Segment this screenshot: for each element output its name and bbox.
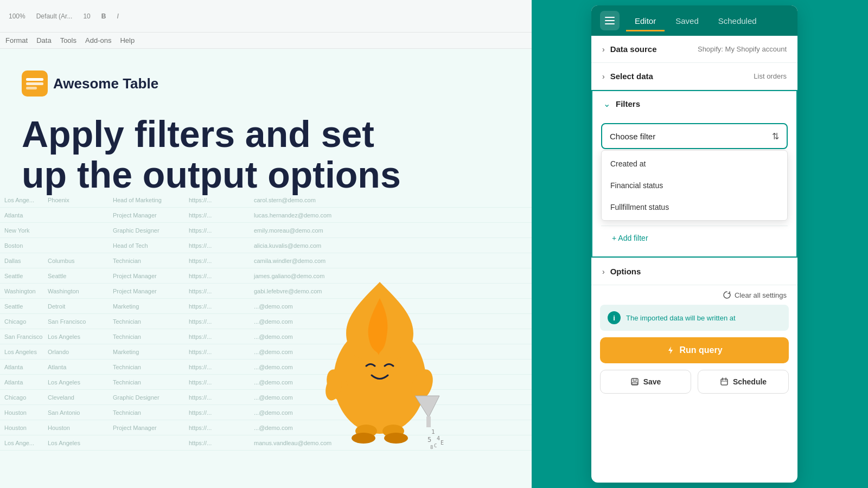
data-source-row[interactable]: › Data source Shopify: My Shopify accoun… xyxy=(591,36,797,63)
panel-header: Editor Saved Scheduled xyxy=(591,5,797,36)
svg-rect-24 xyxy=(633,378,636,381)
filter-dropdown[interactable]: Choose filter ⇅ xyxy=(601,123,788,149)
toolbar-italic: I xyxy=(113,11,122,21)
add-filter-button[interactable]: + Add filter xyxy=(612,234,648,242)
svg-text:4: 4 xyxy=(437,435,440,441)
hamburger-button[interactable] xyxy=(600,11,620,30)
clear-settings-button[interactable]: Clear all settings xyxy=(723,291,787,299)
hamburger-line-1 xyxy=(605,17,615,18)
chevron-down-icon: ⌄ xyxy=(603,99,610,109)
menu-addons: Add-ons xyxy=(85,36,111,44)
svg-rect-26 xyxy=(721,379,727,385)
svg-text:5: 5 xyxy=(427,436,431,444)
filters-header[interactable]: ⌄ Filters xyxy=(592,91,796,117)
logo-area: Awesome Table xyxy=(22,70,158,97)
tab-scheduled[interactable]: Scheduled xyxy=(710,12,765,31)
spreadsheet-toolbar: 100% Default (Ar... 10 B I xyxy=(0,0,532,33)
filter-dropdown-wrapper: Choose filter ⇅ Created at Financial sta… xyxy=(601,123,788,149)
filters-section: ⌄ Filters Choose filter ⇅ Created at Fin… xyxy=(591,90,797,258)
toolbar-bold: B xyxy=(98,11,110,21)
filter-option-fulfillment-status[interactable]: Fullfillment status xyxy=(602,196,787,218)
svg-point-10 xyxy=(384,433,408,444)
menu-format: Format xyxy=(5,36,28,44)
main-panel: Editor Saved Scheduled › Data source Sho… xyxy=(591,5,797,483)
add-filter-row: + Add filter xyxy=(601,226,788,250)
chevron-right-icon-3: › xyxy=(602,267,605,276)
select-data-value: List orders xyxy=(754,72,787,80)
svg-text:C: C xyxy=(434,443,437,448)
svg-point-9 xyxy=(352,433,375,444)
menu-data: Data xyxy=(36,36,51,44)
filter-dropdown-text: Choose filter xyxy=(610,132,655,141)
save-label: Save xyxy=(643,377,661,386)
panel-body: › Data source Shopify: My Shopify accoun… xyxy=(591,36,797,483)
logo-icon xyxy=(22,70,48,97)
bottom-buttons: Save Schedule xyxy=(600,370,789,394)
select-data-left: › Select data xyxy=(602,72,653,81)
filter-option-financial-status[interactable]: Financial status xyxy=(602,175,787,196)
toolbar-zoom: 100% xyxy=(5,11,29,21)
schedule-button[interactable]: Schedule xyxy=(698,370,789,394)
select-data-label: Select data xyxy=(610,72,653,81)
svg-text:E: E xyxy=(441,440,444,446)
tab-editor[interactable]: Editor xyxy=(626,12,665,31)
hamburger-line-2 xyxy=(605,20,615,21)
svg-rect-1 xyxy=(26,78,43,81)
svg-rect-2 xyxy=(26,82,43,85)
mascot: 1 4 5 C E 8 xyxy=(293,271,467,455)
filters-label: Filters xyxy=(616,99,640,108)
hero-title: Apply filters and set up the output opti… xyxy=(22,114,401,195)
run-query-label: Run query xyxy=(679,345,722,355)
select-data-row[interactable]: › Select data List orders xyxy=(591,63,797,90)
logo-text: Awesome Table xyxy=(53,75,158,92)
info-icon: i xyxy=(608,311,621,324)
clear-settings-label: Clear all settings xyxy=(735,291,787,299)
hamburger-line-3 xyxy=(605,23,615,24)
clear-row: Clear all settings xyxy=(591,285,797,305)
data-source-label: Data source xyxy=(610,44,657,54)
chevron-right-icon: › xyxy=(602,45,605,54)
menu-tools: Tools xyxy=(60,36,76,44)
toolbar-size: 10 xyxy=(80,11,93,21)
filter-option-created-at[interactable]: Created at xyxy=(602,153,787,175)
filters-body: Choose filter ⇅ Created at Financial sta… xyxy=(592,117,796,256)
svg-text:8: 8 xyxy=(430,445,433,450)
lightning-icon xyxy=(666,346,675,355)
dropdown-arrows-icon: ⇅ xyxy=(772,131,779,142)
info-text: The imported data will be written at xyxy=(626,314,736,322)
schedule-label: Schedule xyxy=(733,377,767,386)
svg-rect-3 xyxy=(26,87,37,89)
toolbar-font: Default (Ar... xyxy=(33,11,76,21)
menu-bar: Format Data Tools Add-ons Help xyxy=(0,33,532,49)
options-label: Options xyxy=(610,267,641,276)
info-bar: i The imported data will be written at xyxy=(600,305,789,331)
options-row[interactable]: › Options xyxy=(591,258,797,285)
hero-section: Apply filters and set up the output opti… xyxy=(22,114,401,195)
save-button[interactable]: Save xyxy=(600,370,691,394)
svg-text:1: 1 xyxy=(431,428,435,435)
schedule-icon xyxy=(720,377,729,386)
menu-help: Help xyxy=(120,36,135,44)
options-left: › Options xyxy=(602,267,641,276)
refresh-icon xyxy=(723,291,731,299)
svg-rect-12 xyxy=(426,416,431,427)
chevron-right-icon-2: › xyxy=(602,72,605,81)
filter-dropdown-menu: Created at Financial status Fullfillment… xyxy=(601,150,788,221)
data-source-value: Shopify: My Shopify account xyxy=(698,45,787,53)
save-icon xyxy=(630,377,639,386)
svg-rect-25 xyxy=(632,382,637,384)
tab-saved[interactable]: Saved xyxy=(667,12,707,31)
data-source-left: › Data source xyxy=(602,44,657,54)
run-query-button[interactable]: Run query xyxy=(600,337,789,363)
